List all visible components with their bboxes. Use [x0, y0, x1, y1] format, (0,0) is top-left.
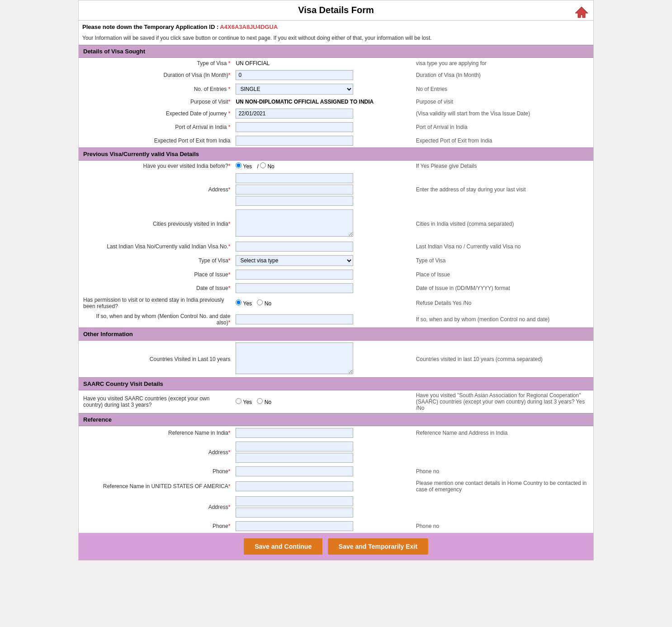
- cities-textarea[interactable]: [236, 209, 353, 237]
- last-visa-no-input[interactable]: [236, 242, 353, 252]
- refused-no-radio[interactable]: [257, 299, 263, 305]
- section-other-info: Other Information: [79, 328, 593, 341]
- table-row: Have you visited SAARC countries (except…: [79, 390, 593, 413]
- refused-yes-radio[interactable]: [236, 299, 241, 305]
- table-row: Last Indian Visa No/Currently valid Indi…: [79, 240, 593, 253]
- section-saarc: SAARC Country Visit Details: [79, 377, 593, 390]
- table-row: Type of Visa * UN OFFICIAL visa type you…: [79, 58, 593, 68]
- section-reference: Reference: [79, 413, 593, 426]
- table-row: Place of Issue* Place of Issue: [79, 268, 593, 281]
- ref-home-name-input[interactable]: [236, 481, 353, 491]
- duration-input[interactable]: [236, 70, 353, 80]
- place-issue-input[interactable]: [236, 270, 353, 280]
- no-entries-select[interactable]: SINGLE DOUBLE MULTIPLE: [236, 84, 353, 95]
- table-row: No. of Entries * SINGLE DOUBLE MULTIPLE …: [79, 82, 593, 96]
- table-row: Purpose of Visit* UN NON-DIPLOMATIC OFFI…: [79, 96, 593, 107]
- table-row: Reference Name in India* Reference Name …: [79, 426, 593, 440]
- save-continue-button[interactable]: Save and Continue: [244, 538, 322, 555]
- type-visa-select[interactable]: Select visa type: [236, 255, 353, 266]
- ref-home-phone-input[interactable]: [236, 521, 353, 531]
- port-exit-input[interactable]: [236, 136, 353, 146]
- expected-date-input[interactable]: [236, 109, 353, 119]
- ref-india-addr2-input[interactable]: [236, 453, 353, 463]
- table-row: Duration of Visa (In Month)* Duration of…: [79, 68, 593, 82]
- ref-india-name-input[interactable]: [236, 428, 353, 438]
- table-row: Reference Name in UNITED STATES OF AMERI…: [79, 478, 593, 494]
- ref-home-addr2-input[interactable]: [236, 508, 353, 518]
- table-row: Expected Date of journey * (Visa validit…: [79, 107, 593, 120]
- home-icon[interactable]: [574, 5, 589, 21]
- svg-marker-0: [575, 7, 588, 18]
- table-row: Address*: [79, 494, 593, 519]
- address-line1-input[interactable]: [236, 173, 353, 183]
- table-row: Address* Enter the address of stay durin…: [79, 171, 593, 208]
- table-row: Cities previously visited in India* Citi…: [79, 208, 593, 240]
- saarc-no-radio[interactable]: [257, 398, 263, 404]
- visited-no-radio[interactable]: [260, 162, 266, 168]
- page-title: Visa Details Form: [79, 0, 593, 20]
- table-row: Has permission to visit or to extend sta…: [79, 295, 593, 311]
- table-row: Expected Port of Exit from India Expecte…: [79, 134, 593, 147]
- address-line2-input[interactable]: [236, 185, 353, 195]
- table-row: Phone* Phone no: [79, 465, 593, 478]
- port-arrival-input[interactable]: [236, 122, 353, 132]
- table-row: Type of Visa* Select visa type Type of V…: [79, 253, 593, 268]
- section-previous-visa: Previous Visa/Currently valid Visa Detai…: [79, 147, 593, 161]
- temp-id-row: Please note down the Temporary Applicati…: [79, 21, 593, 33]
- ref-home-addr1-input[interactable]: [236, 496, 353, 506]
- section-visa-sought: Details of Visa Sought: [79, 45, 593, 58]
- save-exit-button[interactable]: Save and Temporarily Exit: [328, 538, 428, 555]
- footer-bar: Save and Continue Save and Temporarily E…: [79, 533, 593, 560]
- ref-india-phone-input[interactable]: [236, 466, 353, 476]
- address-line3-input[interactable]: [236, 196, 353, 206]
- info-text: Your Information will be saved if you cl…: [79, 33, 593, 45]
- saarc-yes-radio[interactable]: [236, 398, 241, 404]
- table-row: Have you ever visited India before?* Yes…: [79, 161, 593, 171]
- table-row: Port of Arrival in India * Port of Arriv…: [79, 120, 593, 134]
- visited-yes-radio[interactable]: [236, 162, 241, 168]
- table-row: If so, when and by whom (Mention Control…: [79, 311, 593, 328]
- refused-details-input[interactable]: [236, 314, 353, 324]
- countries-textarea[interactable]: [236, 342, 353, 374]
- date-issue-input[interactable]: [236, 283, 353, 293]
- table-row: Phone* Phone no: [79, 519, 593, 533]
- ref-india-addr1-input[interactable]: [236, 442, 353, 451]
- table-row: Countries Visited in Last 10 years Count…: [79, 341, 593, 377]
- table-row: Address*: [79, 440, 593, 465]
- table-row: Date of Issue* Date of Issue in (DD/MM/Y…: [79, 281, 593, 295]
